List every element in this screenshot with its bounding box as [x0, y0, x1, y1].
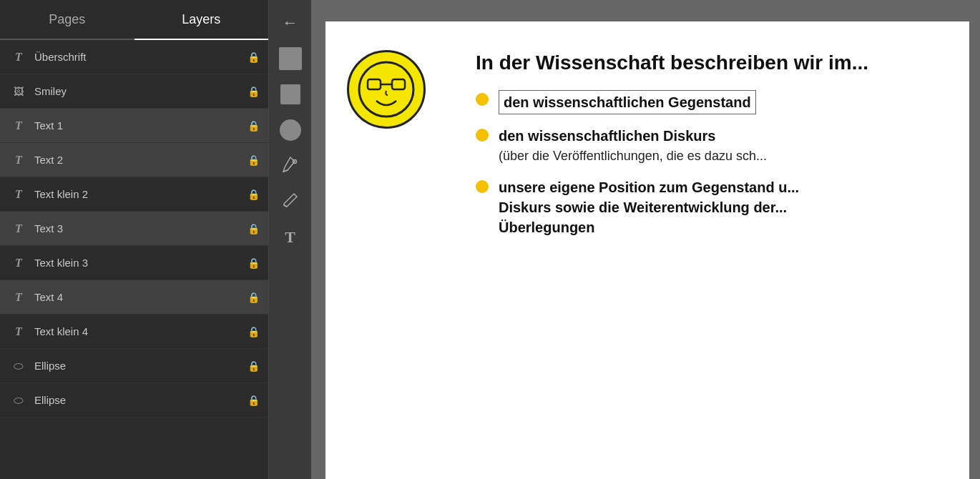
layer-item-textklein3[interactable]: T Text klein 3 🔒	[0, 246, 268, 280]
layer-icon-image: 🖼	[9, 86, 29, 97]
pen-icon	[280, 154, 300, 178]
layer-item-ellipse2[interactable]: ⬭ Ellipse 🔒	[0, 383, 268, 418]
lock-icon: 🔒	[248, 51, 260, 63]
layer-name: Text 3	[29, 222, 248, 234]
canvas-list: den wissenschaftlichen Gegenstand den wi…	[476, 90, 934, 237]
layer-icon-ellipse: ⬭	[9, 360, 29, 372]
layer-item-smiley[interactable]: 🖼 Smiley 🔒	[0, 74, 268, 109]
text-tool-icon: T	[285, 228, 295, 247]
back-arrow-icon: ←	[283, 14, 298, 32]
layer-icon-text: T	[9, 51, 29, 64]
tabs-header: Pages Layers	[0, 0, 268, 40]
layer-item-text2[interactable]: T Text 2 🔒	[0, 143, 268, 177]
list-item-text: den wissenschaftlichen Gegenstand	[499, 90, 756, 114]
lock-icon: 🔒	[248, 223, 260, 234]
tab-pages[interactable]: Pages	[0, 0, 134, 40]
lock-icon: 🔒	[248, 395, 260, 406]
layer-name: Smiley	[29, 85, 248, 97]
svg-line-2	[284, 205, 287, 207]
canvas-text-content: In der Wissenschaft beschreiben wir im..…	[361, 50, 934, 237]
layer-name: Text 4	[29, 291, 248, 303]
layer-name: Überschrift	[29, 51, 248, 63]
layer-icon-ellipse: ⬭	[9, 394, 29, 407]
list-item-3: unsere eigene Position zum Gegenstand u.…	[476, 177, 934, 237]
bullet-icon	[476, 180, 489, 193]
left-panel: Pages Layers T Überschrift 🔒 🖼 Smiley 🔒 …	[0, 0, 268, 479]
layer-icon-text: T	[9, 188, 29, 201]
layer-icon-text: T	[9, 325, 29, 338]
smiley-emoji	[347, 50, 426, 129]
back-button[interactable]: ←	[275, 7, 306, 39]
lock-icon: 🔒	[248, 86, 260, 97]
layer-icon-text: T	[9, 154, 29, 167]
circle-tool-button[interactable]	[275, 114, 306, 146]
layer-item-text1[interactable]: T Text 1 🔒	[0, 109, 268, 143]
small-rectangle-tool-button[interactable]	[275, 79, 306, 110]
layer-item-textklein2[interactable]: T Text klein 2 🔒	[0, 177, 268, 212]
pencil-icon	[281, 191, 300, 213]
list-item-1: den wissenschaftlichen Gegenstand	[476, 90, 934, 114]
canvas-area: T T	[311, 0, 980, 479]
layers-list: T Überschrift 🔒 🖼 Smiley 🔒 T Text 1 🔒 T …	[0, 40, 268, 479]
list-item-subtext: (über die Veröffentlichungen, die es daz…	[499, 147, 767, 165]
lock-icon: 🔒	[248, 292, 260, 303]
circle-shape-icon	[280, 119, 301, 141]
layer-name: Text 2	[29, 154, 248, 166]
lock-icon: 🔒	[248, 326, 260, 337]
selected-text: den wissenschaftlichen Gegenstand	[499, 90, 756, 114]
svg-point-15	[359, 62, 413, 117]
tab-layers[interactable]: Layers	[134, 0, 269, 40]
layer-icon-text: T	[9, 222, 29, 235]
rectangle-tool-button[interactable]	[275, 43, 306, 74]
layer-name: Text klein 4	[29, 325, 248, 337]
layer-icon-text: T	[9, 119, 29, 132]
lock-icon: 🔒	[248, 189, 260, 200]
canvas-page: In der Wissenschaft beschreiben wir im..…	[325, 21, 969, 479]
layer-name: Text 1	[29, 119, 248, 132]
layer-item-text3[interactable]: T Text 3 🔒	[0, 212, 268, 246]
layer-icon-text: T	[9, 291, 29, 304]
lock-icon: 🔒	[248, 257, 260, 269]
bullet-icon	[476, 129, 489, 142]
list-item-2: den wissenschaftlichen Diskurs (über die…	[476, 126, 934, 165]
lock-icon: 🔒	[248, 154, 260, 166]
right-toolbar: ← T	[268, 0, 311, 479]
layer-item-uberschrift[interactable]: T Überschrift 🔒	[0, 40, 268, 74]
small-rectangle-shape-icon	[280, 84, 300, 104]
edit-tool-button[interactable]	[275, 186, 306, 217]
layer-name: Text klein 2	[29, 188, 248, 200]
layer-icon-text: T	[9, 257, 29, 270]
layer-item-text4[interactable]: T Text 4 🔒	[0, 280, 268, 315]
bullet-icon	[476, 93, 489, 106]
lock-icon: 🔒	[248, 120, 260, 132]
layer-item-ellipse1[interactable]: ⬭ Ellipse 🔒	[0, 349, 268, 383]
layer-name: Ellipse	[29, 394, 248, 406]
rectangle-shape-icon	[279, 47, 302, 70]
lock-icon: 🔒	[248, 360, 260, 372]
canvas-title: In der Wissenschaft beschreiben wir im..…	[476, 50, 934, 76]
list-item-text: unsere eigene Position zum Gegenstand u.…	[499, 177, 799, 237]
list-item-text: den wissenschaftlichen Diskurs (über die…	[499, 126, 767, 165]
layer-name: Ellipse	[29, 360, 248, 372]
layer-item-textklein4[interactable]: T Text klein 4 🔒	[0, 315, 268, 349]
text-tool-button[interactable]: T	[275, 222, 306, 253]
pen-tool-button[interactable]	[275, 150, 306, 182]
layer-name: Text klein 3	[29, 257, 248, 269]
